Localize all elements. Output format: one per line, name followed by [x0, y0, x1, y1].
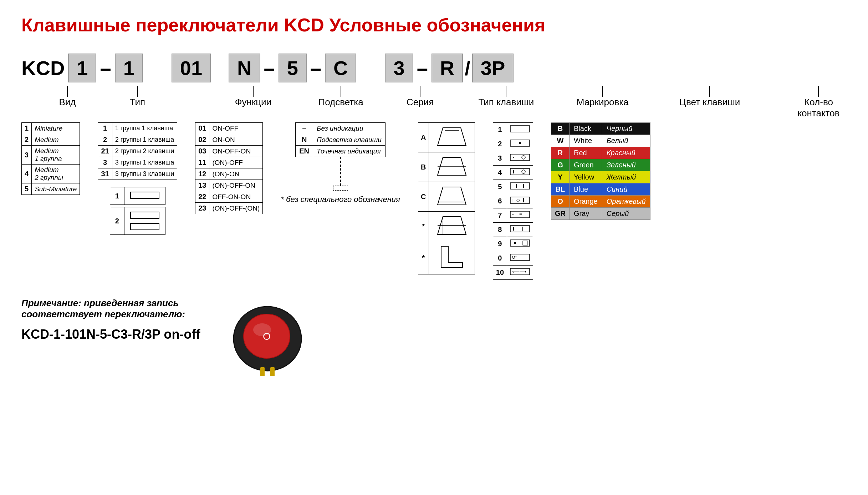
marking-num: 8	[493, 223, 507, 237]
vid-num: 1	[22, 123, 32, 134]
func-row: 01 ON-OFF	[195, 123, 263, 134]
dash-1: –	[96, 56, 114, 80]
func-name: (ON)-OFF	[209, 157, 263, 168]
key-type-row-c: C	[418, 182, 475, 212]
color-name-ru: Оранжевый	[602, 196, 650, 208]
svg-text:=: =	[519, 211, 522, 217]
vid-row: 5 Sub-Miniature	[22, 183, 80, 195]
svg-rect-21	[510, 183, 530, 189]
type-num: 31	[98, 168, 112, 180]
color-name-en: Gray	[570, 208, 602, 220]
func-num: 01	[195, 123, 209, 134]
light-row: N Подсветка клавиши	[296, 134, 386, 146]
marking-num: 1	[493, 123, 507, 137]
label-contacts: Кол-воконтактов	[797, 97, 839, 119]
label-func: Функции	[235, 97, 271, 108]
color-code: Y	[551, 171, 570, 183]
color-name-ru: Серый	[602, 208, 650, 220]
code-box-3: 01	[172, 54, 211, 82]
svg-point-17	[522, 156, 525, 159]
light-desc: Точечная индикация	[313, 146, 386, 157]
label-tip: Тип	[130, 97, 145, 108]
code-box-2: 1	[115, 54, 143, 82]
type-desc: 2 группы 2 клавиши	[112, 146, 177, 157]
marking-row: 6 IO	[493, 194, 533, 208]
marking-num: 2	[493, 137, 507, 151]
svg-rect-24	[510, 197, 530, 203]
svg-rect-2	[131, 223, 159, 230]
key-type-row-b1: B	[418, 152, 475, 182]
vid-table: 1 Miniature 2 Medium 3 Medium1 группа 4 …	[21, 122, 80, 195]
color-name-ru: Желтый	[602, 171, 650, 183]
color-code: GR	[551, 208, 570, 220]
color-row: O Orange Оранжевый	[551, 196, 650, 208]
marking-num: 6	[493, 194, 507, 208]
func-num: 12	[195, 168, 209, 180]
color-name-en: White	[570, 135, 602, 147]
color-section: B Black Черный W White Белый R Red Красн…	[551, 122, 650, 220]
note-area: Примечание: приведенная запись соответст…	[21, 298, 207, 342]
svg-text:⟵⟶: ⟵⟶	[512, 269, 526, 274]
marking-num: 9	[493, 237, 507, 251]
func-name: (ON)-OFF-ON	[209, 180, 263, 191]
svg-point-36	[514, 242, 516, 244]
bottom-section: Примечание: приведенная запись соответст…	[21, 298, 847, 378]
color-code: W	[551, 135, 570, 147]
label-marking: Маркировка	[577, 97, 629, 108]
key-type-section: A B	[418, 122, 475, 274]
color-name-ru: Черный	[602, 123, 650, 135]
color-row: G Green Зеленый	[551, 159, 650, 171]
key-type-row-a: A	[418, 123, 475, 152]
svg-rect-0	[131, 192, 159, 198]
vid-name: Medium1 группа	[32, 146, 80, 165]
vid-num: 2	[22, 134, 32, 146]
color-row: BL Blue Синий	[551, 183, 650, 196]
func-num: 23	[195, 203, 209, 214]
label-series: Серия	[407, 97, 434, 108]
light-code: EN	[296, 146, 313, 157]
light-row: – Без индикации	[296, 123, 386, 134]
color-name-en: Orange	[570, 196, 602, 208]
key-shape-illustrations: 1 2	[110, 187, 165, 235]
marking-row: 5	[493, 180, 533, 194]
func-row: 11 (ON)-OFF	[195, 157, 263, 168]
color-name-en: Yellow	[570, 171, 602, 183]
vid-name: Medium	[32, 134, 80, 146]
dashed-box	[333, 186, 348, 191]
type-desc: 3 группы 3 клавиши	[112, 168, 177, 180]
func-num: 03	[195, 146, 209, 157]
vid-name: Medium2 группы	[32, 165, 80, 183]
color-row: B Black Черный	[551, 123, 650, 135]
code-box-8: R	[432, 54, 463, 82]
code-box-1: 1	[68, 54, 96, 82]
kcd-prefix: KCD	[21, 56, 65, 80]
svg-rect-12	[510, 126, 530, 132]
code-box-7: 3	[385, 54, 413, 82]
vid-section: 1 Miniature 2 Medium 3 Medium1 группа 4 …	[21, 122, 80, 195]
marking-icon	[507, 123, 533, 137]
func-name: ON-OFF-ON	[209, 146, 263, 157]
key-type-row-star1: *	[418, 212, 475, 241]
func-row: 12 (ON)-ON	[195, 168, 263, 180]
func-num: 22	[195, 191, 209, 203]
code-box-4: N	[229, 54, 260, 82]
marking-icon: -=	[507, 208, 533, 223]
type-table: 1 1 группа 1 клавиша 2 2 группы 1 клавиш…	[98, 122, 177, 180]
code-box-6: C	[325, 54, 356, 82]
light-section: – Без индикации N Подсветка клавиши EN Т…	[281, 122, 400, 204]
marking-icon: IO	[507, 194, 533, 208]
type-num: 21	[98, 146, 112, 157]
code-line: KCD 1 – 1 01 N – 5 – C 3 – R / 3P	[21, 54, 847, 82]
key-type-row-star2: *	[418, 241, 475, 274]
light-desc: Подсветка клавиши	[313, 134, 386, 146]
svg-rect-1	[131, 212, 159, 218]
switch-illustration: O	[228, 298, 307, 378]
marking-icon: -	[507, 151, 533, 166]
vid-num: 4	[22, 165, 32, 183]
marking-row: 7 -=	[493, 208, 533, 223]
func-row: 03 ON-OFF-ON	[195, 146, 263, 157]
type-row: 31 3 группы 3 клавиши	[98, 168, 177, 180]
key-type-table: A B	[418, 122, 475, 274]
light-code: –	[296, 123, 313, 134]
svg-text:I: I	[513, 226, 514, 232]
